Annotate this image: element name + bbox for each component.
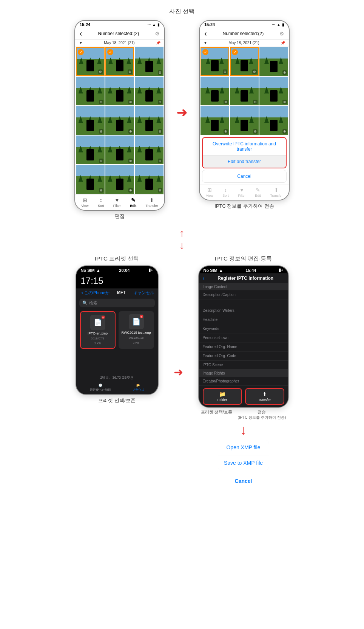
phone4-status-bar: No SIM ▲ 15:44 ▮+ (199, 266, 288, 273)
phone1-mockup: 15:24 ··· ▲ ▮ ‹ Number selected:(2) ⚙ ▼ (74, 20, 165, 211)
toolbar-filter-label: Filter (113, 204, 121, 208)
phone1-dropdown-icon: ▼ (79, 41, 83, 45)
phone2-action-sheet: Overwrite IPTC information and transfer … (202, 137, 287, 168)
phone4-label-left: 프리셋 선택/보존 (201, 409, 232, 420)
zoom-icon-10: ⊕ (99, 159, 103, 163)
phone4-labels: 프리셋 선택/보존 전송 (IPTC 정보를 추가하여 전송) (198, 409, 289, 420)
phone2-gear-icon[interactable]: ⚙ (279, 31, 284, 37)
phone3-time: 20:04 (119, 268, 130, 273)
phone2-dots: ··· (272, 23, 275, 27)
iptc-btn-folder-label: Folder (217, 398, 227, 402)
iptc-btn-transfer[interactable]: ⬆ Transfer (245, 388, 284, 405)
phone3-spacer (76, 351, 158, 374)
phone1-date-label: May 18, 2021 (21) (104, 41, 134, 45)
p2-toolbar-view: ⊞ View (206, 187, 213, 197)
toolbar-view[interactable]: ⊞ View (81, 197, 88, 208)
phone3-nav-title: MFT (117, 290, 126, 296)
phone1-wifi-icon: ▲ (152, 23, 156, 27)
phone3-tabs: 🕐 最近使った項目 📂 ブラウズ (76, 382, 158, 394)
phone2-status-icons: ··· ▲ ▮ (272, 23, 284, 27)
file2-name: RWC2019 test.xmp (122, 331, 151, 335)
phone1-time: 15:24 (80, 22, 90, 27)
bottom-section: IPTC 프리셋 선택 No SIM ▲ 20:04 ▮+ 17:15 (8, 255, 356, 489)
zoom-icon-12: ⊕ (158, 159, 162, 163)
p2-cell-4: ⊕ (201, 77, 229, 105)
action-edit[interactable]: Edit and transfer (203, 156, 286, 168)
photo-cell-12: ⊕ (135, 136, 163, 164)
phone1-gear-icon[interactable]: ⚙ (155, 31, 160, 37)
p2-cell-1: ✓ ⊕ (201, 47, 229, 76)
phone3-back-link[interactable]: ＜このiPhoneか (80, 290, 110, 296)
check-overlay-2: ✓ (107, 49, 113, 55)
phone1-pin-icon: 📌 (156, 41, 160, 45)
toolbar-edit-label: Edit (130, 204, 136, 208)
xmp-cancel-button[interactable]: Cancel (229, 473, 258, 489)
p2-zoom-5: ⊕ (253, 100, 258, 104)
toolbar-sort[interactable]: ↕ Sort (98, 197, 104, 208)
xmp-open-button[interactable]: Open XMP file (218, 440, 269, 455)
file-item-1[interactable]: 📄 ⊕ IPTC-en.xmp 2019/07/9 2 KB (80, 311, 116, 349)
phone2-battery-icon: ▮ (282, 23, 284, 27)
photo-cell-14: ⊕ (105, 165, 134, 194)
photo-cell-15: ⊕ (135, 165, 163, 194)
zoom-icon-11: ⊕ (128, 159, 133, 163)
phone4-label-right: 전송 (IPTC 정보를 추가하여 전송) (238, 409, 286, 420)
p2-sort-icon: ↕ (224, 187, 227, 193)
toolbar-filter[interactable]: ▼ Filter (113, 197, 121, 208)
toolbar-edit[interactable]: ✎ Edit (130, 197, 136, 208)
phone3-search-bar[interactable]: 🔍 検索 (79, 299, 155, 307)
file-tab-browse[interactable]: 📂 ブラウズ (132, 384, 144, 392)
phone4-battery-icon: ▮+ (279, 268, 283, 273)
file1-size: 2 KB (94, 342, 101, 345)
p2-filter-icon: ▼ (239, 187, 245, 193)
check-overlay-1: ✓ (78, 49, 84, 55)
p2-cell-8: ⊕ (230, 106, 259, 135)
phone2-back-icon[interactable]: ‹ (204, 29, 207, 38)
phone3-caption: 프리셋 선택/보존 (98, 397, 135, 404)
phone2-caption: IPTC 정보를 추가하여 전송 (214, 203, 274, 210)
phone3-cancel-link[interactable]: キャンセル (133, 290, 154, 296)
toolbar-transfer-label: Transfer (146, 204, 158, 208)
zoom-icon-2: ⊕ (128, 69, 132, 74)
file-tab-recent[interactable]: 🕐 最近使った項目 (90, 384, 111, 392)
action-overwrite[interactable]: Overwrite IPTC information and transfer (203, 138, 286, 156)
zoom-icon-14: ⊕ (128, 188, 133, 193)
iptc-field-persons-shown: Persons shown (199, 333, 288, 342)
photo-cell-11: ⊕ (105, 136, 134, 164)
p2-zoom-6: ⊕ (282, 100, 287, 104)
file-icon-1: 📄 ⊕ (90, 315, 105, 330)
file-item-2[interactable]: 📄 ⊕ RWC2019 test.xmp 2019/07/16 2 KB (119, 311, 154, 349)
phone3-bottom-info: 2項目、36.73 GB空き (76, 374, 158, 382)
phone4-back-icon[interactable]: ‹ (203, 275, 205, 282)
phone1-back-icon[interactable]: ‹ (80, 29, 82, 38)
phone3-search-placeholder: 検索 (89, 300, 97, 306)
toolbar-view-label: View (81, 204, 88, 208)
xmp-save-button[interactable]: Save to XMP file (218, 455, 269, 470)
arrow-down-xmp: ↓ (240, 423, 247, 437)
file-icon-2: 📄 ⊕ (129, 314, 144, 329)
phone4-footer: 📁 Folder ⬆ Transfer (199, 386, 288, 407)
p2-zoom-4: ⊕ (224, 100, 228, 104)
p2-zoom-2: ⊕ (252, 69, 257, 74)
photo-cell-5: ⊕ (105, 77, 134, 105)
p2-toolbar-sort: ↕ Sort (222, 187, 229, 197)
phone1-container: 15:24 ··· ▲ ▮ ‹ Number selected:(2) ⚙ ▼ (74, 20, 165, 220)
phone2-photo-grid: ✓ ⊕ ✓ ⊕ ⊕ ⊕ (200, 46, 289, 136)
phone3-battery-icon: ▮+ (148, 268, 153, 273)
iptc-btn-folder[interactable]: 📁 Folder (203, 388, 242, 405)
phone3-mockup: No SIM ▲ 20:04 ▮+ 17:15 ＜このiPhoneか MFT キ… (76, 265, 159, 395)
iptc-field-creator: Creator/Photographer (199, 377, 288, 386)
p2-cell-6: ⊕ (259, 77, 288, 105)
view-icon: ⊞ (83, 197, 87, 203)
phone3-clock: 17:15 (76, 273, 158, 288)
toolbar-transfer[interactable]: ⬆ Transfer (146, 197, 158, 208)
browse-icon: 📂 (136, 384, 140, 387)
p2-zoom-8: ⊕ (253, 129, 258, 134)
iptc-field-iptc-scene: IPTC Scene (199, 361, 288, 370)
photo-cell-2: ✓ ⊕ (105, 47, 134, 76)
phone1-header-title: Number selected:(2) (82, 31, 155, 36)
action-cancel[interactable]: Cancel (202, 170, 287, 183)
photo-cell-10: ⊕ (76, 136, 105, 164)
xmp-actions: Open XMP file Save to XMP file (218, 440, 269, 470)
phone1-caption: 편집 (115, 213, 125, 220)
